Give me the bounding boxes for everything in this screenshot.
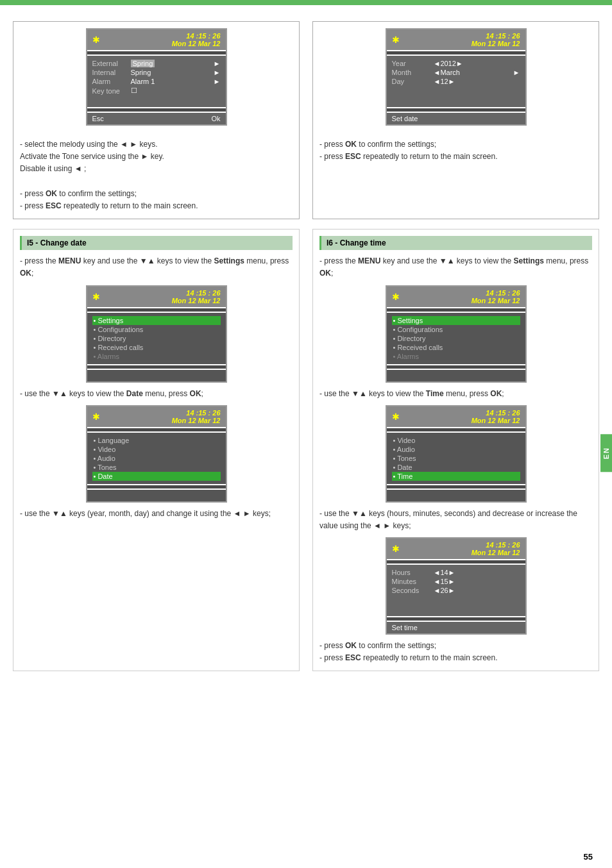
i6-instr2-text: - use the ▼▲ keys to view the Time menu,… bbox=[319, 388, 592, 400]
tone-instr-5: - press ESC repeatedly to return to the … bbox=[20, 200, 293, 212]
screen-row-external: External Spring ► bbox=[92, 59, 221, 68]
screen-deco-tones bbox=[87, 51, 226, 54]
year-value: ◄2012► bbox=[434, 60, 463, 67]
i6-time: 14 :15 : 26 bbox=[472, 289, 520, 297]
external-arrow: ► bbox=[214, 60, 221, 67]
asterisk-icon: ✱ bbox=[92, 35, 100, 45]
i5-datemenu-audio: • Audio bbox=[92, 454, 221, 463]
set-time-button[interactable]: Set time bbox=[392, 624, 418, 631]
tones-screen: ✱ 14 :15 : 26 Mon 12 Mar 12 External Spr… bbox=[86, 28, 227, 126]
day-value: ◄12► bbox=[434, 78, 455, 85]
esc-button[interactable]: Esc bbox=[92, 115, 104, 122]
i5-datemenu-header: ✱ 14 :15 : 26 Mon 12 Mar 12 bbox=[87, 406, 226, 427]
i6-settime-header: ✱ 14 :15 : 26 Mon 12 Mar 12 bbox=[387, 538, 525, 559]
screen-row-internal: Internal Spring ► bbox=[92, 68, 221, 77]
i6-menu-config: • Configurations bbox=[392, 325, 520, 334]
tone-instr-1: - select the melody using the ◄ ► keys. bbox=[20, 138, 293, 151]
i5-menu-config: • Configurations bbox=[92, 325, 221, 334]
screen-header-date: ✱ 14 :15 : 26 Mon 12 Mar 12 bbox=[387, 29, 525, 50]
screen-row-alarm: Alarm Alarm 1 ► bbox=[92, 77, 221, 86]
i6-settime-screen: ✱ 14 :15 : 26 Mon 12 Mar 12 Hours ◄14► bbox=[386, 537, 527, 635]
i6-timemenu-video: • Video bbox=[392, 436, 520, 445]
i5-menu-body: • Settings • Configurations • Directory … bbox=[87, 313, 226, 364]
i5-footer bbox=[87, 370, 226, 381]
i6-final-instructions: - press OK to confirm the settings; - pr… bbox=[319, 640, 592, 664]
i6-settime-body: Hours ◄14► Minutes ◄15► Seconds ◄26► bbox=[387, 565, 525, 616]
i6-menu-screen: ✱ 14 :15 : 26 Mon 12 Mar 12 • Settings •… bbox=[386, 285, 527, 383]
screen-bottom-tones: Esc Ok bbox=[87, 113, 226, 124]
i6-final-instr1: - press OK to confirm the settings; bbox=[319, 640, 592, 652]
tones-instructions: - select the melody using the ◄ ► keys. … bbox=[20, 138, 293, 212]
i5-screen-header: ✱ 14 :15 : 26 Mon 12 Mar 12 bbox=[87, 287, 226, 307]
i6-footer bbox=[387, 370, 525, 381]
i6-date: Mon 12 Mar 12 bbox=[472, 297, 520, 305]
minutes-row: Minutes ◄15► bbox=[392, 577, 520, 586]
i5-deco-bottom bbox=[87, 365, 226, 369]
i6-timemenu-time: 14 :15 : 26 bbox=[472, 409, 520, 417]
screen-body-date: Year ◄2012► Month ◄March ► Day ◄12► bbox=[387, 56, 525, 107]
tones-box: ✱ 14 :15 : 26 Mon 12 Mar 12 External Spr… bbox=[13, 21, 300, 219]
screen-deco-bottom-date bbox=[387, 108, 525, 112]
seconds-label: Seconds bbox=[392, 587, 430, 594]
i6-deco bbox=[387, 308, 525, 312]
screen-date-tones: Mon 12 Mar 12 bbox=[172, 40, 221, 47]
i6-instr3: - use the ▼▲ keys (hours, minutes, secon… bbox=[319, 508, 592, 532]
screen-row-keytone: Key tone ☐ bbox=[92, 86, 221, 96]
i5-menu-screen: ✱ 14 :15 : 26 Mon 12 Mar 12 • Settings •… bbox=[86, 285, 227, 383]
i5-instr3: - use the ▼▲ keys (year, month, day) and… bbox=[20, 508, 293, 520]
i6-instr2: - use the ▼▲ keys to view the Time menu,… bbox=[319, 388, 592, 400]
i6-time-menu-screen: ✱ 14 :15 : 26 Mon 12 Mar 12 • Video • Au… bbox=[386, 405, 527, 503]
internal-label: Internal bbox=[92, 69, 128, 76]
asterisk-icon-date: ✱ bbox=[392, 35, 400, 45]
i6-menu-settings: • Settings bbox=[392, 316, 520, 325]
i6-settime-deco-bottom bbox=[387, 617, 525, 621]
screen-time-tones: 14 :15 : 26 bbox=[172, 32, 221, 40]
day-label: Day bbox=[392, 78, 430, 85]
i5-menu-received: • Received calls bbox=[92, 343, 221, 352]
date-box: ✱ 14 :15 : 26 Mon 12 Mar 12 Year ◄2012► bbox=[312, 21, 599, 219]
i6-settime-asterisk: ✱ bbox=[392, 544, 400, 554]
i5-date: Mon 12 Mar 12 bbox=[172, 297, 221, 305]
i6-timemenu-date: Mon 12 Mar 12 bbox=[472, 417, 520, 424]
green-top-bar bbox=[0, 0, 612, 5]
screen-deco-date bbox=[387, 51, 525, 54]
i6-settime-deco bbox=[387, 560, 525, 563]
set-date-button[interactable]: Set date bbox=[392, 115, 418, 122]
i6-instr1-text: - press the MENU key and use the ▼▲ keys… bbox=[319, 255, 592, 280]
date-instructions: - press OK to confirm the settings; - pr… bbox=[319, 138, 592, 163]
ok-button[interactable]: Ok bbox=[211, 115, 220, 122]
i5-datemenu-video: • Video bbox=[92, 445, 221, 454]
i5-datemenu-deco-bottom bbox=[87, 485, 226, 488]
hours-row: Hours ◄14► bbox=[392, 568, 520, 577]
date-instr-2: - press ESC repeatedly to return to the … bbox=[319, 151, 592, 163]
year-row: Year ◄2012► bbox=[392, 59, 520, 68]
i6-timemenu-deco-bottom bbox=[387, 485, 525, 488]
minutes-value: ◄15► bbox=[434, 578, 455, 585]
section-i5: I5 - Change date - press the MENU key an… bbox=[13, 229, 300, 671]
i5-datemenu-date: • Date bbox=[92, 472, 221, 481]
internal-value: Spring bbox=[131, 69, 151, 76]
i5-instr1: - press the MENU key and use the ▼▲ keys… bbox=[20, 255, 293, 280]
keytone-value: ☐ bbox=[131, 87, 137, 95]
i6-timemenu-body: • Video • Audio • Tones • Date • Time bbox=[387, 433, 525, 484]
i5-instr1-text: - press the MENU key and use the ▼▲ keys… bbox=[20, 255, 293, 280]
month-row: Month ◄March ► bbox=[392, 68, 520, 77]
i6-menu-alarms: • Alarms bbox=[392, 352, 520, 361]
minutes-label: Minutes bbox=[392, 578, 430, 585]
screen-deco-bottom-tones bbox=[87, 108, 226, 112]
alarm-value: Alarm 1 bbox=[131, 78, 155, 85]
i5-datemenu-asterisk: ✱ bbox=[92, 412, 100, 422]
i6-title: I6 - Change time bbox=[319, 236, 592, 250]
i6-menu-body: • Settings • Configurations • Directory … bbox=[387, 313, 525, 364]
i5-date-menu-screen: ✱ 14 :15 : 26 Mon 12 Mar 12 • Language •… bbox=[86, 405, 227, 503]
i5-datemenu-tones: • Tones bbox=[92, 463, 221, 472]
i5-instr3-text: - use the ▼▲ keys (year, month, day) and… bbox=[20, 508, 293, 520]
i6-timemenu-asterisk: ✱ bbox=[392, 412, 400, 422]
hours-value: ◄14► bbox=[434, 569, 455, 576]
day-row: Day ◄12► bbox=[392, 77, 520, 86]
keytone-label: Key tone bbox=[92, 87, 128, 95]
i6-menu-directory: • Directory bbox=[392, 334, 520, 343]
i6-instr3-text: - use the ▼▲ keys (hours, minutes, secon… bbox=[319, 508, 592, 532]
i5-instr2: - use the ▼▲ keys to view the Date menu,… bbox=[20, 388, 293, 400]
seconds-value: ◄26► bbox=[434, 587, 455, 594]
